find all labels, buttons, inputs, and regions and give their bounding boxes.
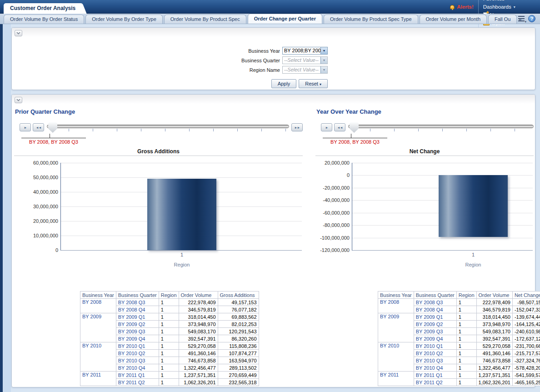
y-axis-label: 30,000,000 [33, 204, 58, 209]
gridline [352, 163, 533, 163]
business-quarter-cell[interactable]: BY 2009 Q3 [414, 328, 456, 335]
column-header-region[interactable]: Region [456, 291, 476, 299]
business-quarter-cell[interactable]: BY 2010 Q4 [116, 364, 159, 372]
business-year-cell[interactable]: BY 2011 [80, 372, 116, 386]
business-quarter-cell[interactable]: BY 2009 Q4 [414, 335, 456, 342]
region-cell: 1 [159, 357, 179, 364]
business-quarter-cell[interactable]: BY 2009 Q3 [116, 328, 159, 335]
year-over-year-section: Year Over Year Change ► ◄◄ BY 2008, BY 2… [315, 106, 534, 386]
dashboard-page: Customer Order Analysis Alerts! HomeCata… [0, 0, 540, 392]
business-quarter-cell[interactable]: BY 2010 Q2 [414, 350, 456, 357]
business-quarter-cell[interactable]: BY 2010 Q3 [414, 357, 456, 364]
business-quarter-cell[interactable]: BY 2011 Q2 [116, 379, 159, 386]
dropdown-arrow-icon[interactable]: ▼ [320, 66, 327, 73]
column-header-order-volume[interactable]: Order Volume [476, 291, 512, 299]
dashboard-title: Customer Order Analysis [10, 5, 75, 11]
gridline [61, 177, 302, 178]
tab-order-volume-by-order-status[interactable]: Order Volume By Order Status [4, 15, 84, 24]
apply-button[interactable]: Apply [271, 79, 297, 88]
column-header-order-volume[interactable]: Order Volume [179, 291, 218, 299]
business-quarter-cell[interactable]: BY 2010 Q4 [414, 364, 456, 372]
dropdown-business-year[interactable]: BY 2008;BY 2009;▼ [282, 47, 328, 55]
slider-thumb[interactable] [350, 122, 359, 133]
business-quarter-cell[interactable]: BY 2008 Q4 [116, 306, 159, 313]
rewind-button[interactable]: ◄◄ [33, 123, 44, 131]
region-cell: 1 [159, 335, 179, 342]
business-quarter-cell[interactable]: BY 2011 Q2 [414, 379, 456, 386]
tab-order-volume-by-product-spec[interactable]: Order Volume By Product Spec [164, 15, 246, 24]
business-year-cell[interactable]: BY 2009 [378, 313, 414, 342]
column-header-business-year[interactable]: Business Year [378, 291, 414, 299]
business-year-cell[interactable]: BY 2010 [80, 342, 116, 372]
net-change-table: Business YearBusiness QuarterRegionOrder… [378, 291, 540, 386]
business-quarter-cell[interactable]: BY 2011 Q1 [414, 372, 456, 379]
business-quarter-cell[interactable]: BY 2010 Q2 [116, 350, 159, 357]
region-cell: 1 [159, 299, 179, 306]
column-header-region[interactable]: Region [159, 291, 179, 299]
tab-order-volume-per-month[interactable]: Order Volume per Month [420, 15, 487, 24]
region-cell: 1 [456, 364, 476, 372]
rewind-button[interactable]: ◄◄ [334, 123, 345, 131]
measure-cell: -152,047,330 [512, 306, 540, 313]
order-volume-cell: 1,062,326,201 [179, 379, 218, 386]
measure-cell: -240,610,981 [512, 328, 540, 335]
business-year-cell[interactable]: BY 2008 [378, 299, 414, 313]
region-cell: 1 [159, 342, 179, 350]
tab-order-volume-by-product-spec-type[interactable]: Order Volume By Product Spec Type [324, 15, 418, 24]
play-button[interactable]: ► [321, 123, 332, 131]
column-header-business-year[interactable]: Business Year [80, 291, 116, 299]
dropdown-arrow-icon[interactable]: ▼ [320, 57, 327, 64]
business-year-cell[interactable]: BY 2010 [378, 342, 414, 372]
bar-region-1[interactable] [147, 179, 216, 250]
business-quarter-cell[interactable]: BY 2010 Q1 [414, 342, 456, 350]
business-quarter-cell[interactable]: BY 2009 Q1 [414, 313, 456, 321]
global-menu: Alerts! HomeCatalogFavorites▾Dashboards▾… [445, 0, 537, 14]
column-header-business-quarter[interactable]: Business Quarter [414, 291, 456, 299]
business-quarter-cell[interactable]: BY 2009 Q4 [116, 335, 159, 342]
measure-cell: -327,324,764 [512, 357, 540, 364]
business-quarter-cell[interactable]: BY 2010 Q1 [116, 342, 159, 350]
collapse-prompt-panel-button[interactable] [15, 30, 22, 36]
business-year-cell[interactable]: BY 2008 [80, 299, 116, 313]
column-header-business-quarter[interactable]: Business Quarter [116, 291, 159, 299]
business-quarter-cell[interactable]: BY 2010 Q3 [116, 357, 159, 364]
tab-order-volume-by-order-type[interactable]: Order Volume By Order Type [85, 15, 163, 24]
slider-track[interactable] [47, 122, 289, 132]
column-header-net-change[interactable]: Net Change [512, 291, 540, 299]
page-options-icon[interactable] [518, 16, 525, 21]
dropdown-arrow-icon[interactable]: ▼ [320, 47, 327, 54]
business-quarter-cell[interactable]: BY 2008 Q3 [414, 299, 456, 306]
reset-button[interactable]: Reset ▾ [299, 79, 328, 88]
dropdown-region-name[interactable]: --Select Value--▼ [282, 66, 328, 74]
business-quarter-cell[interactable]: BY 2009 Q1 [116, 313, 159, 321]
business-quarter-cell[interactable]: BY 2008 Q4 [414, 306, 456, 313]
business-quarter-cell[interactable]: BY 2009 Q2 [116, 321, 159, 328]
chevron-down-icon [16, 99, 20, 101]
slider-thumb[interactable] [48, 122, 57, 133]
business-quarter-cell[interactable]: BY 2011 Q1 [116, 372, 159, 379]
play-button[interactable]: ► [20, 123, 31, 131]
collapse-report-panel-button[interactable] [15, 97, 22, 103]
dashboard-title-tab[interactable]: Customer Order Analysis [4, 3, 80, 14]
business-quarter-cell[interactable]: BY 2009 Q2 [414, 321, 456, 328]
region-cell: 1 [456, 357, 476, 364]
order-volume-cell: 373,948,970 [476, 321, 512, 328]
help-icon[interactable]: ? [528, 15, 535, 22]
business-quarter-cell[interactable]: BY 2008 Q3 [116, 299, 159, 306]
slider-rail[interactable] [348, 125, 534, 128]
business-year-cell[interactable]: BY 2009 [80, 313, 116, 342]
fast-forward-button[interactable]: ►► [291, 123, 303, 131]
column-header-gross-additions[interactable]: Gross Additions [218, 291, 259, 299]
header-row: Business YearBusiness QuarterRegionOrder… [80, 291, 259, 299]
business-year-cell[interactable]: BY 2011 [378, 372, 414, 386]
dropdown-business-quarter[interactable]: --Select Value--▼ [282, 56, 328, 64]
bar-region-1[interactable] [439, 175, 508, 236]
alerts-menu-item[interactable]: Alerts! [445, 3, 478, 11]
tab-fall-ou[interactable]: Fall Ou [488, 15, 517, 24]
slider-track[interactable] [348, 122, 534, 132]
filter-row-business-quarter: Business Quarter--Select Value--▼ [212, 56, 328, 64]
filter-label: Business Year [248, 48, 280, 54]
tab-order-change-per-quarter[interactable]: Order Change per Quarter [248, 14, 322, 24]
filter-label: Business Quarter [241, 58, 280, 63]
slider-rail[interactable] [47, 125, 289, 128]
